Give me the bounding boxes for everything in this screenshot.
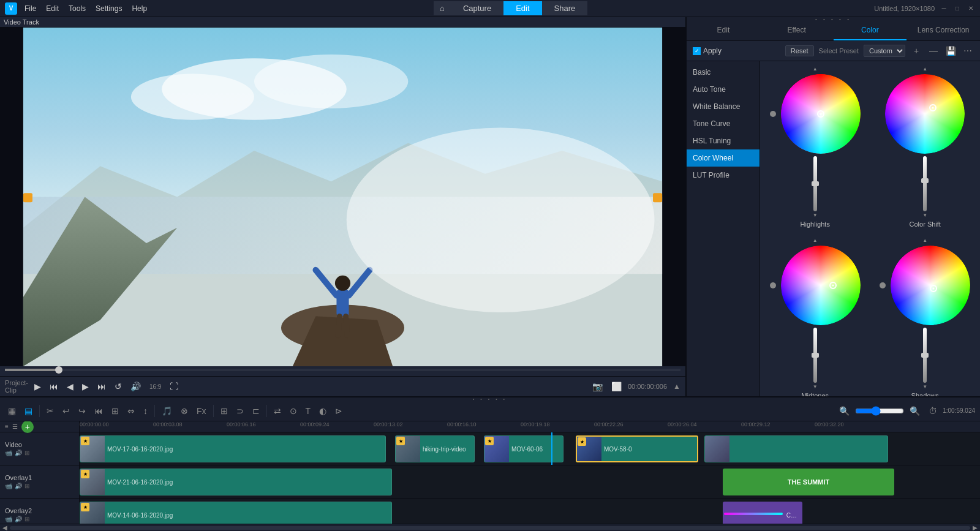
add-track-button[interactable]: + [21,421,34,433]
frame-back-button[interactable]: ◀ [64,380,76,393]
play-button[interactable]: ▶ [32,380,43,393]
clock-button[interactable]: ⏱ [925,404,940,418]
progress-track[interactable] [5,369,680,371]
midtones-brightness-slider[interactable] [813,328,817,383]
clip-mov14[interactable]: ★ MOV-14-06-16-2020.jpg [80,502,392,524]
menu-file[interactable]: File [24,4,36,13]
menu-white-balance[interactable]: White Balance [687,98,760,115]
menu-settings[interactable]: Settings [96,4,122,13]
menu-color-wheel[interactable]: Color Wheel [687,149,760,167]
tracks-list-icon[interactable]: ☰ [12,423,18,430]
minimize-button[interactable]: ─ [940,4,948,13]
menu-lut-profile[interactable]: LUT Profile [687,167,760,184]
motion-button[interactable]: ⊳ [332,404,345,418]
split-button[interactable]: ✂ [43,404,57,418]
color-grade-button[interactable]: ◐ [316,404,330,418]
link-button[interactable]: ⊃ [233,404,247,418]
fx-button[interactable]: Fx [194,404,209,418]
highlights-wheel[interactable] [781,74,861,154]
start-button[interactable]: ⏮ [91,404,106,418]
shadows-slider-up[interactable]: ▲ [922,238,927,243]
zoom-out-button[interactable]: 🔍 [836,404,853,418]
frame-forward-button[interactable]: ▶ [80,380,91,393]
reset-button[interactable]: Reset [785,45,814,56]
reverse-button[interactable]: ⇄ [271,404,284,418]
trim-button[interactable]: ⊞ [108,404,122,418]
save-preset-button[interactable]: 💾 [944,45,957,57]
nav-edit[interactable]: Edit [503,1,541,15]
highlights-h-dot[interactable] [770,111,776,117]
highlights-slider-up[interactable]: ▲ [813,66,818,72]
more-preset-button[interactable]: ⋯ [962,45,974,57]
clip-mov17[interactable]: ★ MOV-17-06-16-2020.jpg [80,435,386,462]
tab-color[interactable]: Color [834,21,907,40]
shadows-brightness-slider[interactable] [923,328,927,383]
clip-summit[interactable]: THE SUMMIT [723,469,894,495]
audio-button[interactable]: 🎵 [159,404,175,418]
tab-effect[interactable]: Effect [760,21,834,40]
clip-mov58[interactable]: ★ MOV-58-0 [576,435,698,462]
nav-home[interactable]: ⌂ [434,1,451,15]
fullscreen-button[interactable]: ⛶ [167,380,181,393]
tab-lens-correction[interactable]: Lens Correction [907,21,980,40]
clip-mov21[interactable]: ★ MOV-21-06-16-2020.jpg [80,469,392,495]
highlights-slider-down[interactable]: ▼ [813,213,818,218]
timeline-scrollbar[interactable] [10,526,970,530]
midtones-h-dot[interactable] [770,282,776,288]
menu-basic[interactable]: Basic [687,64,760,81]
nav-capture[interactable]: Capture [451,1,503,15]
extend-button[interactable]: ⇔ [124,404,138,418]
prev-frame-button[interactable]: ⏮ [47,380,61,393]
remove-preset-button[interactable]: — [927,45,940,57]
toolbar-sep-3 [213,405,214,417]
midtones-slider-down[interactable]: ▼ [813,384,818,390]
volume-button[interactable]: 🔊 [128,380,143,393]
nav-share[interactable]: Share [542,1,588,15]
midtones-wheel[interactable] [781,246,861,325]
scroll-left-icon[interactable]: ◀ [2,524,7,531]
time-adjust-up[interactable]: ▲ [671,382,680,391]
speed-button[interactable]: ⊙ [287,404,300,418]
loop-button[interactable]: ↺ [112,380,124,393]
move-button[interactable]: ↕ [140,404,151,418]
preset-select[interactable]: Custom [864,45,905,57]
mosaic-button[interactable]: ⊞ [217,404,231,418]
menu-hsl-tuning[interactable]: HSL Tuning [687,132,760,149]
text-button[interactable]: T [303,404,314,418]
color-shift-slider-up[interactable]: ▲ [922,66,927,72]
grid-view-button[interactable]: ▦ [5,404,19,418]
menu-tools[interactable]: Tools [69,4,86,13]
menu-tone-curve[interactable]: Tone Curve [687,115,760,132]
clip-hiking[interactable]: ★ hiking-trip-video [395,435,475,462]
highlights-brightness-slider[interactable] [813,156,817,211]
midtones-slider-up[interactable]: ▲ [813,238,818,243]
maximize-button[interactable]: □ [953,4,962,13]
timeline-view-button[interactable]: ▤ [21,404,36,418]
shadows-slider-down[interactable]: ▼ [922,384,927,390]
menu-edit[interactable]: Edit [46,4,59,13]
shadows-h-dot[interactable] [880,282,886,288]
tab-edit[interactable]: Edit [687,21,760,40]
detach-button[interactable]: ⊗ [178,404,191,418]
clip-colour[interactable]: Colour [723,502,802,524]
record-button[interactable]: ⬜ [609,380,624,393]
color-shift-brightness-slider[interactable] [923,156,927,211]
menu-auto-tone[interactable]: Auto Tone [687,81,760,98]
color-shift-slider-down[interactable]: ▼ [922,213,927,218]
next-frame-button[interactable]: ⏭ [95,380,108,393]
add-preset-button[interactable]: + [910,45,922,57]
zoom-slider[interactable] [855,406,904,416]
apply-checkbox[interactable]: ✓ Apply [693,47,722,55]
snapshot-button[interactable]: 📷 [590,380,605,393]
multi-button[interactable]: ⊏ [249,404,263,418]
tracks-expand-icon[interactable]: ≡ [5,423,9,430]
menu-help[interactable]: Help [132,4,147,13]
close-button[interactable]: ✕ [967,4,975,13]
color-shift-wheel[interactable] [885,74,965,154]
scroll-right-icon[interactable]: ▶ [973,524,978,531]
clip-extra[interactable] [704,435,888,462]
undo-button[interactable]: ↩ [59,404,73,418]
shadows-wheel[interactable] [891,246,970,325]
zoom-in-button[interactable]: 🔍 [907,404,923,418]
redo-button[interactable]: ↪ [75,404,89,418]
